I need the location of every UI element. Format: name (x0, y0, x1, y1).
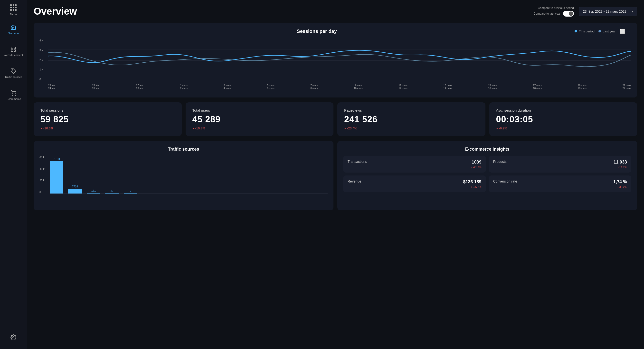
compare-toggle[interactable] (563, 11, 574, 17)
bar-organic-social-fill (105, 193, 119, 193)
arrow-down-icon (496, 128, 498, 129)
bar-direct: 7724 (68, 185, 82, 193)
compare-toggle-row: Compare to last year (534, 11, 574, 17)
stat-pageviews-value: 241 526 (344, 114, 478, 125)
stat-duration-value: 00:03:05 (496, 114, 630, 125)
svg-rect-1 (14, 47, 16, 49)
metric-products-name: Products (493, 160, 507, 164)
bar-referral: 2 (124, 190, 137, 193)
home-icon (10, 24, 16, 30)
metric-transactions-name: Transactions (348, 160, 367, 164)
chart-download-icon[interactable]: ⬜ (620, 29, 625, 34)
stat-pageviews-label: Pageviews (344, 108, 478, 112)
sidebar-item-overview-label: Overview (8, 32, 19, 35)
metric-conversion-value: 1,74 % (613, 179, 627, 184)
metric-transactions-value: 1039 (472, 160, 481, 165)
legend-this-period: This period (574, 30, 594, 33)
this-period-dot (574, 30, 577, 33)
bar-organic-social: 87 (105, 189, 119, 193)
ecommerce-insights-card: E-commerce insights Transactions 1039 ↓ … (337, 141, 637, 210)
stat-users-change: -10.8% (192, 127, 327, 130)
metric-products-values: 11 033 ↓ -11.7% (614, 160, 627, 169)
chart-more-icon[interactable]: ⋮ (627, 29, 631, 34)
sessions-chart-header: Sessions per day This period Last year ⬜… (40, 29, 631, 34)
chevron-down-icon: ▾ (632, 10, 633, 13)
sessions-chart-wrap: 4 k 3 k 2 k 1 k 0 23 févr.24 févr (40, 38, 631, 92)
menu-dots-icon (10, 5, 16, 11)
sidebar-menu[interactable]: Menu (10, 5, 17, 16)
main-content: Overview Compare to previous period Comp… (27, 0, 644, 349)
metric-products-value: 11 033 (614, 160, 627, 165)
sidebar-item-overview[interactable]: Overview (5, 23, 22, 37)
stat-duration-change: -6.2% (496, 127, 630, 130)
traffic-sources-title: Traffic sources (40, 147, 328, 152)
date-range-text: 23 févr. 2023 - 22 mars 2023 (583, 10, 626, 14)
sidebar-item-website-content[interactable]: Website content (1, 44, 26, 59)
ecommerce-title: E-commerce insights (343, 147, 631, 152)
sidebar-nav: Overview Website content Traffic sources (1, 23, 26, 332)
sessions-chart-card: Sessions per day This period Last year ⬜… (34, 23, 637, 98)
stat-sessions-value: 59 825 (40, 114, 175, 125)
bar-organic-search: 51841 (50, 157, 63, 193)
bar-chart-baseline (50, 193, 328, 194)
ecommerce-grid: Transactions 1039 ↓ -41.9% Products 11 0… (343, 156, 631, 192)
metric-revenue: Revenue $136 189 ↓ -25.2% (343, 175, 486, 192)
tag-icon (10, 68, 16, 74)
sidebar-item-ecommerce[interactable]: E-commerce (3, 88, 24, 102)
metric-revenue-values: $136 189 ↓ -25.2% (463, 179, 481, 188)
arrow-down-icon (344, 128, 346, 129)
cart-icon (10, 90, 16, 96)
metric-conversion-change: ↓ -35.2% (616, 185, 627, 188)
stat-users-value: 45 289 (192, 114, 327, 125)
svg-point-4 (12, 70, 13, 71)
date-picker[interactable]: 23 févr. 2023 - 22 mars 2023 ▾ (579, 7, 637, 16)
sidebar: Menu Overview Website content (0, 0, 27, 349)
sidebar-item-traffic-sources-label: Traffic sources (5, 76, 22, 79)
metric-transactions-values: 1039 ↓ -41.9% (471, 160, 481, 169)
bar-other: 171 (87, 189, 100, 193)
stats-row: Total sessions 59 825 -10.3% Total users… (34, 102, 637, 136)
metric-products-change: ↓ -11.7% (616, 166, 627, 169)
metric-conversion-rate: Conversion rate 1,74 % ↓ -35.2% (489, 175, 632, 192)
sidebar-bottom (8, 332, 19, 344)
metric-conversion-name: Conversion rate (493, 179, 517, 183)
sessions-chart-title: Sessions per day (59, 29, 574, 34)
stat-card-sessions: Total sessions 59 825 -10.3% (34, 102, 182, 136)
metric-transactions: Transactions 1039 ↓ -41.9% (343, 156, 486, 173)
sidebar-item-traffic-sources[interactable]: Traffic sources (2, 66, 25, 80)
stat-card-duration: Avg. session duration 00:03:05 -6.2% (489, 102, 638, 136)
header-right: Compare to previous period Compare to la… (534, 6, 637, 17)
svg-point-5 (12, 95, 13, 96)
sidebar-item-settings[interactable] (8, 332, 19, 342)
svg-rect-2 (11, 50, 13, 52)
metric-conversion-values: 1,74 % ↓ -35.2% (613, 179, 627, 188)
sidebar-item-website-content-label: Website content (4, 54, 23, 57)
stat-sessions-label: Total sessions (40, 108, 175, 112)
metric-revenue-change: ↓ -25.2% (471, 185, 481, 188)
compare-previous-label: Compare to previous period (538, 6, 574, 10)
traffic-sources-card: Traffic sources 60 k 40 k 20 k 0 51841 (34, 141, 334, 210)
svg-point-6 (15, 95, 16, 96)
chart-actions[interactable]: ⬜ ⋮ (620, 29, 631, 34)
compare-last-year-label: Compare to last year (534, 12, 561, 15)
stat-pageviews-change: -23.4% (344, 127, 478, 130)
traffic-y-labels: 60 k 40 k 20 k 0 (40, 156, 44, 193)
svg-point-7 (13, 336, 14, 338)
compare-options: Compare to previous period Compare to la… (534, 6, 574, 17)
bar-other-fill (87, 193, 100, 193)
page-title: Overview (34, 6, 77, 17)
stat-duration-label: Avg. session duration (496, 108, 630, 112)
settings-icon (10, 334, 16, 340)
arrow-down-icon (192, 128, 194, 129)
sessions-line-chart (48, 38, 631, 83)
svg-rect-0 (11, 47, 13, 49)
menu-label: Menu (10, 13, 17, 16)
svg-rect-3 (14, 50, 16, 52)
arrow-down-icon (40, 128, 42, 129)
grid-icon (10, 46, 16, 52)
bars-container: 51841 7724 171 87 (40, 156, 328, 193)
metric-revenue-value: $136 189 (463, 179, 481, 184)
stat-sessions-change: -10.3% (40, 127, 175, 130)
last-year-dot (598, 30, 601, 33)
legend-last-year: Last year (598, 30, 616, 33)
